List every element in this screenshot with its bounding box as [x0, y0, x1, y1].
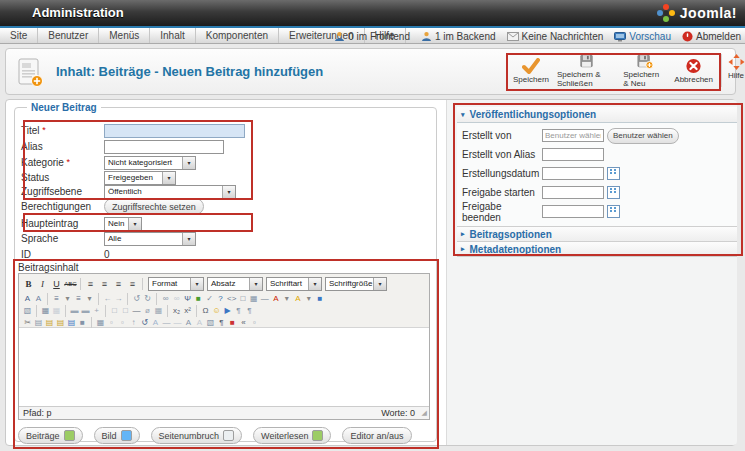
- table-icon[interactable]: ▦: [41, 306, 50, 316]
- underline-icon[interactable]: U: [50, 277, 63, 290]
- template-icon[interactable]: ▦: [96, 318, 105, 328]
- undo-icon[interactable]: ↺: [132, 294, 141, 304]
- subscript-icon[interactable]: x₂: [172, 306, 181, 316]
- rtl-icon[interactable]: ¶: [245, 306, 254, 316]
- weiterlesen-button[interactable]: Weiterlesen: [253, 427, 331, 444]
- copy-format-icon[interactable]: ▫: [107, 318, 116, 328]
- restore-draft-icon[interactable]: ↺: [140, 318, 149, 328]
- publish-start-input[interactable]: [542, 186, 604, 199]
- cut-icon[interactable]: ✂: [23, 318, 32, 328]
- help-button[interactable]: Hilfe: [721, 54, 745, 87]
- cancel-button[interactable]: Abbrechen: [670, 58, 717, 84]
- editor-anaus-button[interactable]: Editor an/aus: [342, 427, 411, 444]
- menu-item-inhalt[interactable]: Inhalt: [150, 28, 195, 43]
- help-icon[interactable]: ?: [216, 294, 225, 304]
- logout-button[interactable]: Abmelden: [682, 31, 741, 42]
- calendar-icon[interactable]: [607, 205, 620, 218]
- bullet-list-arrow-icon[interactable]: ▾: [63, 294, 72, 304]
- sprache-select[interactable]: Alle ▾: [104, 232, 196, 246]
- image-icon[interactable]: ■: [194, 294, 203, 304]
- strikethrough-icon[interactable]: ABC: [64, 277, 77, 290]
- row-props-icon[interactable]: ▬: [70, 306, 79, 316]
- outdent-icon[interactable]: ←: [103, 294, 112, 304]
- save-close-button[interactable]: Speichern & Schließen: [553, 53, 619, 88]
- fullscreen-icon[interactable]: □: [238, 294, 247, 304]
- bullet-list-icon[interactable]: ≡: [52, 294, 61, 304]
- acronym-icon[interactable]: A: [195, 318, 204, 328]
- advanced-hr-icon[interactable]: —: [260, 294, 269, 304]
- background-color-icon[interactable]: A: [293, 294, 302, 304]
- insert-time-icon[interactable]: ▦: [249, 294, 258, 304]
- abbr-icon[interactable]: A: [184, 318, 193, 328]
- select-user-button[interactable]: Benutzer wählen: [607, 128, 679, 144]
- status-select[interactable]: Freigegeben ▾: [104, 171, 176, 185]
- insert-row-icon[interactable]: +: [92, 306, 101, 316]
- calendar-icon[interactable]: [607, 186, 620, 199]
- seitenumbruch-button[interactable]: Seitenumbruch: [151, 427, 243, 444]
- editor-dropdown-schriftgre[interactable]: Schriftgröße▾: [325, 277, 387, 291]
- alias-input[interactable]: [104, 140, 224, 154]
- align-center-icon[interactable]: ≡: [98, 277, 111, 290]
- anchor-icon[interactable]: Ψ: [183, 294, 192, 304]
- background-color-arrow-icon[interactable]: ▾: [304, 294, 313, 304]
- italic-icon[interactable]: I: [36, 277, 49, 290]
- del-icon[interactable]: —: [162, 318, 171, 328]
- kategorie-select[interactable]: Nicht kategorisiert ▾: [104, 156, 196, 170]
- paste-text-icon[interactable]: ▤: [56, 318, 65, 328]
- align-justify-icon[interactable]: ≡: [126, 277, 139, 290]
- emotions-icon[interactable]: ☺: [212, 306, 221, 316]
- paste-word-icon[interactable]: ▤: [67, 318, 76, 328]
- cleanup-icon[interactable]: ✓: [205, 294, 214, 304]
- messages-status[interactable]: Keine Nachrichten: [507, 31, 604, 42]
- save-button[interactable]: Speichern: [509, 58, 553, 84]
- panel-header-metadata-options[interactable]: ▸ Metadatenoptionen: [457, 241, 737, 257]
- visualaid-icon[interactable]: A: [151, 318, 160, 328]
- editor-dropdown-absatz[interactable]: Absatz▾: [207, 277, 263, 291]
- editor-text-area[interactable]: [19, 328, 429, 408]
- edit-css-icon[interactable]: ▧: [23, 306, 32, 316]
- panel-header-article-options[interactable]: ▸ Beitragsoptionen: [457, 226, 737, 241]
- panel-header-publishing[interactable]: ▾ Veröffentlichungsoptionen: [457, 107, 737, 123]
- source-code-icon[interactable]: <>: [227, 294, 236, 304]
- set-permissions-button[interactable]: Zugriffsrechte setzen: [104, 198, 204, 215]
- align-right-icon[interactable]: ≡: [112, 277, 125, 290]
- ltr-icon[interactable]: ¶: [234, 306, 243, 316]
- publish-end-input[interactable]: [542, 205, 604, 218]
- split-cells-icon[interactable]: □: [110, 306, 119, 316]
- media-icon[interactable]: ▶: [223, 306, 232, 316]
- beitraege-button[interactable]: Beiträge: [18, 427, 83, 444]
- created-date-input[interactable]: [542, 167, 604, 180]
- align-left-icon[interactable]: ≡: [84, 277, 97, 290]
- bild-button[interactable]: Bild: [94, 427, 140, 444]
- backend-users-status[interactable]: 1 im Backend: [421, 31, 496, 42]
- indent-icon[interactable]: →: [114, 294, 123, 304]
- merge-cells-icon[interactable]: □: [121, 306, 130, 316]
- menu-item-site[interactable]: Site: [0, 28, 38, 43]
- blockquote-icon[interactable]: «: [239, 318, 248, 328]
- remove-hr-icon[interactable]: ø: [143, 306, 152, 316]
- delete-table-icon[interactable]: ▦: [52, 306, 61, 316]
- iframe-2-icon[interactable]: ▫: [250, 318, 259, 328]
- hr-icon[interactable]: —: [132, 306, 141, 316]
- copy-icon[interactable]: ▤: [34, 318, 43, 328]
- created-by-input[interactable]: [542, 129, 604, 142]
- haupteintrag-select[interactable]: Nein ▾: [104, 217, 142, 231]
- undo-level-icon[interactable]: ↑: [129, 318, 138, 328]
- media-2-icon[interactable]: ■: [228, 318, 237, 328]
- numbered-list-icon[interactable]: ≡: [74, 294, 83, 304]
- editor-dropdown-schriftart[interactable]: Schriftart▾: [266, 277, 322, 291]
- menu-item-benutzer[interactable]: Benutzer: [38, 28, 99, 43]
- resize-handle-icon[interactable]: ◢: [422, 409, 427, 417]
- created-by-alias-input[interactable]: [542, 148, 604, 161]
- find-replace-icon[interactable]: A: [34, 294, 43, 304]
- charmap-icon[interactable]: Ω: [201, 306, 210, 316]
- text-color-arrow-icon[interactable]: ▾: [282, 294, 291, 304]
- visual-chars-icon[interactable]: ▦: [154, 306, 163, 316]
- calendar-icon[interactable]: [607, 167, 620, 180]
- menu-item-komponenten[interactable]: Komponenten: [196, 28, 279, 43]
- ins-icon[interactable]: —: [173, 318, 182, 328]
- zugriffsebene-select[interactable]: Öffentlich ▾: [104, 185, 236, 199]
- link-icon[interactable]: ∞: [161, 294, 170, 304]
- unlink-icon[interactable]: ∞: [172, 294, 181, 304]
- bold-icon[interactable]: B: [22, 277, 35, 290]
